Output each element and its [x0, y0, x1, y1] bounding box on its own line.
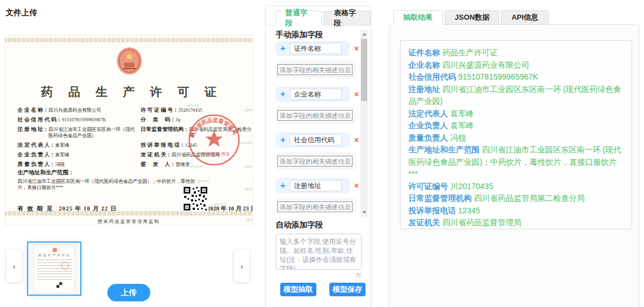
- field-desc-input[interactable]: [277, 110, 353, 121]
- watermark: @≋≋≋: [197, 179, 209, 183]
- result-value: 四川省药品监督管理局: [442, 218, 521, 227]
- result-row: 生产地址和生产范围 四川省江油市工业园区东区南一环 (现代医药绿色食品产业园)；…: [408, 144, 624, 181]
- tab-api-info[interactable]: API信息: [501, 10, 549, 25]
- field-name-input[interactable]: [290, 89, 342, 100]
- auto-fields-textarea[interactable]: [276, 234, 362, 270]
- certificate-field-row: 企 业 名 称： 四川兴盛源药业有限公司: [18, 107, 137, 113]
- field-name-input[interactable]: [290, 43, 342, 54]
- certificate-field-value: 四川兴盛源药业有限公司: [49, 107, 102, 113]
- result-label: 质量负责人: [408, 133, 448, 142]
- page-title: 文件上传: [6, 8, 37, 18]
- results-panel: 抽取结果 JSON数据 API信息 证件名称 药品生产许可证 企业名称 四川兴盛…: [389, 10, 639, 307]
- add-field-icon[interactable]: +: [280, 135, 285, 144]
- field-name-input[interactable]: [290, 134, 342, 146]
- certificate-field-label: 社 会 信 用 代 码：: [18, 117, 62, 123]
- certificate-field-value: 冯锐: [55, 161, 65, 168]
- result-row: 发证机关 四川省药品监督管理局: [408, 217, 624, 229]
- certificate-field-label: 企 业 负 责 人：: [18, 152, 55, 158]
- certificate-field-label: 法 定 代 表 人：: [18, 142, 55, 148]
- thumbnail-qr-icon: [56, 282, 62, 288]
- qr-code: [182, 186, 208, 212]
- result-row: 许可证编号 川20170435: [408, 181, 624, 193]
- issue-date: 2020 年 10 月 23 日: [207, 205, 253, 213]
- document-thumbnail[interactable]: 药 品 生 产 许 可 证: [27, 242, 81, 296]
- production-scope-text: 四川省江油市工业园区东区南一环（现代医药绿色食品产业园）；中药饮片，毒性饮片，直…: [18, 178, 198, 191]
- result-value: 四川省江油市工业园区东区南一环 (现代医药绿色食品产业园): [408, 85, 621, 106]
- scrollbar-thumb[interactable]: [361, 39, 367, 101]
- result-row: 法定代表人 袁军峰: [408, 108, 624, 120]
- fields-tabbar: 普通字段 表格字段: [266, 6, 371, 25]
- certificate-field-label: 质 量 负 责 人：: [18, 161, 55, 168]
- result-row: 社会信用代码 91510781599965967K: [408, 71, 624, 84]
- national-emblem-icon: [116, 47, 143, 75]
- result-value: 冯锐: [450, 133, 466, 142]
- official-stamp: 四川省药品监督管理局 行政审批专用章: [185, 111, 243, 169]
- field-group: + ×: [276, 133, 362, 170]
- add-field-icon[interactable]: +: [280, 44, 285, 53]
- field-desc-wrap: [276, 152, 356, 170]
- scrollbar-down-arrow-icon[interactable]: [362, 211, 367, 214]
- scrollbar-up-arrow-icon[interactable]: [362, 33, 367, 36]
- model-save-button[interactable]: 模型保存: [329, 283, 365, 296]
- carousel-prev-button[interactable]: ‹: [6, 249, 22, 282]
- document-preview: 药 品 生 产 许 可 证 企 业 名 称： 四川兴盛源药业有限公司 社 会 信…: [5, 35, 253, 226]
- field-name-input[interactable]: [290, 180, 342, 191]
- carousel-next-button[interactable]: ›: [234, 249, 250, 282]
- result-value: 袁军峰: [450, 109, 474, 118]
- certificate-field-value: Ay: [176, 117, 181, 123]
- result-value: 12345: [458, 206, 480, 215]
- fields-panel: 普通字段 表格字段 手动添加字段 + ×: [266, 6, 371, 307]
- certificate-border-ornament: [5, 38, 253, 42]
- delete-field-icon[interactable]: ×: [354, 90, 359, 98]
- add-field-icon[interactable]: +: [280, 90, 285, 99]
- field-pill: +: [276, 178, 350, 193]
- auto-add-fields-title: 自动添加字段: [276, 220, 371, 230]
- field-desc-wrap: [276, 198, 356, 212]
- results-list: 证件名称 药品生产许可证 企业名称 四川兴盛源药业有限公司 社会信用代码 915…: [400, 40, 632, 229]
- certificate-field-row: 质 量 负 责 人： 冯锐: [18, 161, 137, 168]
- field-group: + ×: [276, 41, 362, 78]
- field-pill: +: [276, 133, 350, 147]
- result-value: 袁军峰: [450, 121, 474, 130]
- result-label: 证件名称: [408, 48, 440, 57]
- upload-button[interactable]: 上传: [107, 284, 150, 301]
- manual-add-fields-title: 手动添加字段: [276, 30, 371, 40]
- result-row: 注册地址 四川省江油市工业园区东区南一环 (现代医药绿色食品产业园): [408, 84, 624, 108]
- result-value: 四川兴盛源药业有限公司: [442, 60, 529, 69]
- thumbnail-emblem-icon: [53, 248, 57, 252]
- field-desc-input[interactable]: [277, 156, 353, 166]
- thumbnail-page: 药 品 生 产 许 可 证: [33, 244, 75, 293]
- certificate-field-label: 投 诉 举 报 电 话：: [141, 142, 185, 148]
- delete-field-icon[interactable]: ×: [354, 136, 359, 144]
- result-label: 企业名称: [408, 60, 440, 69]
- delete-field-icon[interactable]: ×: [354, 45, 359, 52]
- tab-table-fields[interactable]: 表格字段: [324, 11, 371, 25]
- tab-json-data[interactable]: JSON数据: [445, 10, 499, 25]
- tab-normal-fields[interactable]: 普通字段: [275, 11, 322, 25]
- result-label: 发证机关: [408, 218, 440, 227]
- result-row: 企业负责人 袁军峰: [408, 120, 624, 132]
- result-row: 质量负责人 冯锐: [408, 132, 624, 144]
- result-label: 法定代表人: [408, 109, 448, 118]
- field-desc-input[interactable]: [277, 201, 353, 212]
- field-desc-wrap: [276, 61, 356, 78]
- tab-extraction-results[interactable]: 抽取结果: [393, 10, 443, 25]
- model-extract-button[interactable]: 模型抽取: [280, 283, 316, 296]
- field-desc-input[interactable]: [277, 64, 353, 75]
- add-field-icon[interactable]: +: [280, 181, 285, 190]
- result-value: 四川省药品监管局第二检查分局: [474, 194, 585, 203]
- certificate-title: 药 品 生 产 许 可 证: [5, 84, 253, 100]
- textarea-resize-handle-icon[interactable]: [356, 273, 361, 278]
- certificate-field-label: 注 册 地 址：: [18, 126, 49, 139]
- watermark: @≋≋≋: [247, 217, 253, 221]
- certificate-footer: 国家药品监督管理局监制: [5, 218, 253, 225]
- field-group: + ×: [276, 87, 362, 124]
- delete-field-icon[interactable]: ×: [354, 182, 359, 190]
- certificate-field-row: 社 会 信 用 代 码： 91510781599965967K: [18, 117, 137, 123]
- thumbnail-title: 药 品 生 产 许 可 证: [34, 253, 75, 257]
- certificate-field-label: 日常监督管理机构：: [141, 126, 189, 139]
- results-tabbar: 抽取结果 JSON数据 API信息: [389, 10, 639, 25]
- result-value: 川20170435: [450, 182, 493, 191]
- fields-scrollbar[interactable]: [360, 30, 368, 217]
- watermark: @≋≋≋: [245, 164, 253, 168]
